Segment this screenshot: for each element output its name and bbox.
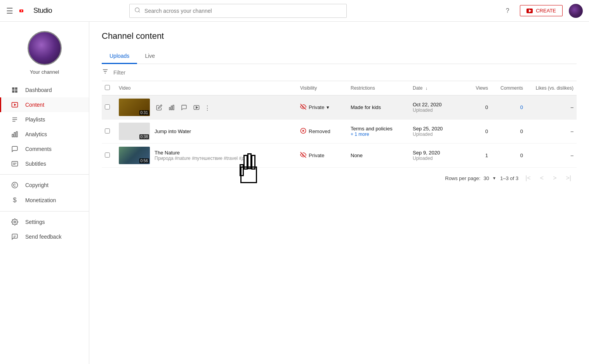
- header-date[interactable]: Date ↓: [410, 81, 460, 95]
- row1-analytics-button[interactable]: [167, 104, 176, 113]
- row1-visibility-cell: Private ▾: [297, 95, 347, 120]
- row1-comments[interactable]: 0: [520, 104, 523, 110]
- svg-rect-15: [12, 134, 13, 137]
- row1-edit-button[interactable]: [155, 104, 164, 113]
- rows-per-page: Rows per page: 10 20 30 50: [445, 175, 495, 181]
- channel-avatar[interactable]: [28, 31, 62, 65]
- row3-thumbnail[interactable]: 0:56: [119, 147, 150, 164]
- logo-link[interactable]: Studio: [19, 7, 52, 15]
- sidebar-item-dashboard[interactable]: Dashboard: [0, 83, 89, 97]
- filter-icon: [102, 68, 109, 77]
- sidebar-item-feedback[interactable]: Send feedback: [0, 229, 89, 244]
- svg-rect-28: [169, 107, 170, 110]
- monetization-icon: $: [10, 196, 19, 204]
- row3-checkbox[interactable]: [105, 153, 110, 158]
- row2-video-info: 0:38 Jump into Water: [119, 123, 294, 140]
- filter-bar: [102, 64, 577, 81]
- row2-comments: 0: [520, 128, 523, 134]
- sidebar-item-analytics[interactable]: Analytics: [0, 127, 89, 142]
- row3-title: The Nature: [155, 150, 252, 156]
- row2-visibility-text: Removed: [309, 128, 330, 134]
- row1-checkbox[interactable]: [105, 104, 110, 109]
- prev-page-button[interactable]: <: [538, 174, 546, 182]
- svg-rect-7: [15, 87, 17, 90]
- row2-restrictions-cell: Terms and policies + 1 more: [347, 120, 410, 144]
- row1-youtube-button[interactable]: [192, 104, 201, 113]
- row1-action-buttons: ⋮: [155, 104, 210, 113]
- header-restrictions: Restrictions: [347, 81, 410, 95]
- sidebar-item-monetization[interactable]: $ Monetization: [0, 192, 89, 208]
- search-input[interactable]: [144, 8, 342, 14]
- tab-uploads[interactable]: Uploads: [102, 49, 137, 64]
- create-label: CREATE: [536, 8, 556, 14]
- channel-label: Your channel: [30, 69, 59, 75]
- sort-arrow-icon: ↓: [426, 86, 428, 90]
- sidebar-item-copyright[interactable]: Copyright: [0, 178, 89, 192]
- row3-visibility-cell: Private: [297, 144, 347, 168]
- row2-date: Sep 25, 2020: [413, 126, 457, 132]
- svg-rect-30: [173, 105, 174, 110]
- row3-checkbox-cell: [102, 144, 116, 168]
- tab-live[interactable]: Live: [137, 49, 163, 64]
- rows-per-page-select[interactable]: 10 20 30 50: [483, 175, 495, 181]
- row2-restrictions: Terms and policies: [351, 126, 407, 132]
- sidebar-item-settings[interactable]: Settings: [0, 215, 89, 229]
- svg-line-3: [139, 11, 140, 12]
- sidebar-item-playlists[interactable]: Playlists: [0, 112, 89, 127]
- avatar[interactable]: [569, 4, 583, 18]
- row1-visibility-dropdown-icon[interactable]: ▾: [327, 104, 329, 110]
- row1-video-info: 0:31: [119, 99, 294, 116]
- row2-restrictions-more[interactable]: + 1 more: [351, 132, 407, 137]
- svg-rect-18: [12, 161, 18, 166]
- filter-input[interactable]: [113, 69, 181, 76]
- row1-views: 0: [485, 104, 488, 110]
- svg-marker-32: [196, 106, 198, 108]
- feedback-label: Send feedback: [25, 234, 61, 240]
- table-row: 0:56 The Nature Природа #nature #путешес…: [102, 144, 577, 168]
- row1-comments-button[interactable]: [179, 104, 189, 113]
- svg-rect-29: [171, 106, 172, 110]
- first-page-button[interactable]: |<: [523, 174, 533, 182]
- sidebar-nav: Dashboard Content Playlists: [0, 83, 89, 244]
- svg-point-22: [14, 221, 16, 223]
- row3-title-wrap: The Nature Природа #nature #путешествие …: [155, 150, 252, 161]
- sidebar-item-comments[interactable]: Comments: [0, 142, 89, 156]
- next-page-button[interactable]: >: [551, 174, 559, 182]
- hamburger-icon[interactable]: ☰: [6, 6, 13, 16]
- page-info: 1–3 of 3: [500, 175, 518, 181]
- help-button[interactable]: ?: [501, 5, 514, 17]
- help-icon: ?: [506, 7, 509, 14]
- layout: Your channel Dashboard Content: [0, 22, 589, 364]
- row2-checkbox[interactable]: [105, 128, 110, 133]
- comments-icon: [10, 146, 19, 153]
- row1-more-button[interactable]: ⋮: [204, 104, 210, 112]
- row3-video-cell: 0:56 The Nature Природа #nature #путешес…: [116, 144, 297, 168]
- row3-visibility-text: Private: [309, 153, 324, 158]
- studio-wordmark: Studio: [33, 7, 52, 15]
- row3-duration: 0:56: [139, 158, 149, 163]
- monetization-label: Monetization: [25, 197, 56, 203]
- row3-views: 1: [485, 153, 488, 158]
- sidebar-item-subtitles[interactable]: Subtitles: [0, 156, 89, 171]
- header-visibility: Visibility: [297, 81, 347, 95]
- create-button[interactable]: CREATE: [520, 5, 563, 16]
- sidebar-item-content[interactable]: Content: [0, 97, 89, 112]
- content-icon: [10, 101, 19, 108]
- last-page-button[interactable]: >|: [564, 174, 574, 182]
- row1-visibility-icon: [300, 104, 306, 111]
- row1-visibility: Private ▾: [300, 104, 344, 111]
- svg-rect-16: [14, 133, 16, 137]
- row1-views-cell: 0: [460, 95, 491, 120]
- row2-thumbnail[interactable]: 0:38: [119, 123, 150, 140]
- content-table: Video Visibility Restrictions Date ↓ Vie…: [102, 81, 577, 168]
- select-all-checkbox[interactable]: [105, 85, 110, 90]
- row1-duration: 0:31: [139, 110, 149, 115]
- page-title: Channel content: [102, 31, 577, 41]
- svg-marker-11: [14, 104, 16, 106]
- row1-date: Oct 22, 2020: [413, 102, 457, 107]
- row3-restrictions-cell: None: [347, 144, 410, 168]
- sidebar: Your channel Dashboard Content: [0, 22, 89, 364]
- row1-thumbnail[interactable]: 0:31: [119, 99, 150, 116]
- table-row: 0:31: [102, 95, 577, 120]
- date-label: Date: [413, 85, 422, 91]
